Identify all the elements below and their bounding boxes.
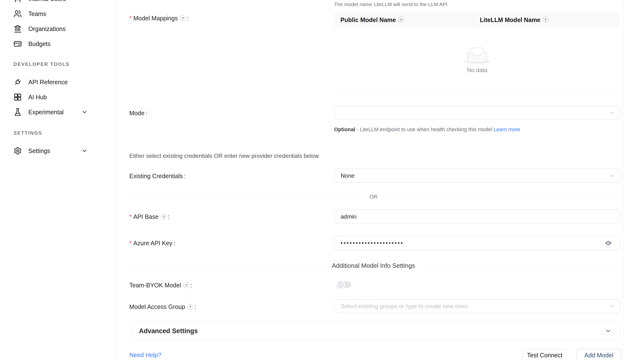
required-marker: *	[129, 240, 132, 247]
user-icon	[14, 0, 22, 3]
sidebar-item-label: AI Hub	[28, 94, 47, 101]
model-mappings-label: * Model Mappings ? :	[129, 14, 188, 22]
select-placeholder: Select existing groups or type to create…	[341, 303, 468, 310]
column-divider	[474, 15, 474, 24]
sidebar-section-settings: SETTINGS	[0, 128, 116, 138]
help-circle-icon[interactable]: ?	[188, 304, 193, 310]
existing-credentials-label: Existing Credentials :	[129, 172, 186, 180]
content-right-divider	[624, 0, 624, 360]
need-help-link[interactable]: Need Help?	[129, 352, 161, 358]
chevron-down-icon	[81, 148, 88, 154]
or-divider: OR	[126, 194, 620, 200]
table-empty-state: No data	[334, 28, 620, 94]
sidebar-item-organizations[interactable]: Organizations	[0, 21, 116, 36]
sidebar-item-experimental[interactable]: Experimental	[0, 104, 116, 120]
sidebar-item-budgets[interactable]: Budgets	[0, 36, 116, 51]
sidebar-item-label: Organizations	[28, 26, 66, 32]
additional-settings-divider: Additional Model Info Settings	[126, 262, 620, 270]
sidebar-item-settings[interactable]: Settings	[0, 143, 116, 158]
model-access-group-label: Model Access Group ? :	[129, 302, 196, 311]
help-circle-icon[interactable]: ?	[542, 17, 548, 23]
empty-box-icon	[464, 48, 490, 64]
existing-credentials-select[interactable]: None	[334, 169, 620, 182]
model-access-group-select[interactable]: Select existing groups or type to create…	[334, 299, 620, 313]
eye-icon[interactable]	[604, 240, 613, 247]
sidebar-item-label: Experimental	[28, 109, 64, 116]
api-base-input[interactable]: admin	[334, 210, 620, 224]
mode-helper-text: Optional - LiteLLM endpoint to use when …	[334, 125, 533, 134]
sidebar-item-label: Teams	[28, 10, 46, 18]
required-marker: *	[129, 15, 132, 22]
help-circle-icon[interactable]: ?	[161, 214, 166, 220]
add-model-form: The model name LiteLLM will send to the …	[117, 0, 644, 360]
column-header-litellm-model-name: LiteLLM Model Name ?	[474, 16, 548, 24]
sidebar-item-api-reference[interactable]: API Reference	[0, 74, 116, 90]
advanced-settings-label: Advanced Settings	[139, 327, 198, 335]
flask-icon	[14, 108, 22, 116]
sidebar-item-label: Settings	[28, 148, 50, 154]
help-circle-icon[interactable]: ?	[183, 282, 189, 288]
model-mappings-table: Public Model Name ? LiteLLM Model Name ?	[334, 12, 620, 94]
grid-icon	[14, 93, 22, 101]
credentials-note: Either select existing credentials OR en…	[129, 152, 319, 159]
bank-icon	[14, 25, 22, 33]
help-circle-icon[interactable]: ?	[180, 15, 186, 21]
sidebar-item-label: API Reference	[28, 79, 68, 86]
azure-api-key-input[interactable]: •••••••••••••••••••••	[334, 236, 620, 250]
sidebar-section-developer-tools: DEVELOPER TOOLS	[0, 59, 116, 69]
api-base-value: admin	[341, 213, 356, 220]
chevron-down-icon	[610, 303, 615, 309]
sidebar-item-label: Internal Users	[28, 0, 66, 2]
advanced-settings-panel[interactable]: Advanced Settings	[130, 322, 620, 340]
add-model-button[interactable]: Add Model	[577, 349, 621, 360]
sidebar-item-ai-hub[interactable]: AI Hub	[0, 90, 116, 104]
mode-label: Mode :	[129, 109, 148, 117]
gear-icon	[14, 147, 22, 155]
plug-icon	[14, 78, 22, 86]
column-header-public-model-name: Public Model Name ?	[334, 16, 474, 24]
or-text: OR	[370, 194, 378, 200]
required-marker: *	[129, 213, 132, 220]
chevron-down-icon	[610, 110, 615, 116]
sidebar-item-label: Budgets	[28, 40, 50, 48]
mode-select[interactable]	[334, 106, 620, 120]
additional-settings-title: Additional Model Info Settings	[332, 262, 415, 270]
azure-api-key-label: * Azure API Key :	[129, 239, 175, 247]
chevron-down-icon	[610, 173, 615, 179]
sidebar: Internal Users Teams Organizations Budge…	[0, 0, 117, 360]
team-byok-label: Team-BYOK Model ? :	[129, 281, 192, 289]
learn-more-link[interactable]: Learn more	[494, 126, 520, 132]
model-mappings-note: The model name LiteLLM will send to the …	[334, 2, 448, 7]
sidebar-item-teams[interactable]: Teams	[0, 6, 116, 21]
no-data-text: No data	[467, 67, 487, 74]
help-circle-icon[interactable]: ?	[398, 17, 404, 23]
users-icon	[14, 10, 22, 18]
table-header-row: Public Model Name ? LiteLLM Model Name ?	[334, 12, 620, 28]
api-base-label: * API Base ? :	[129, 212, 170, 221]
team-byok-toggle[interactable]	[338, 282, 351, 288]
chevron-down-icon	[81, 109, 88, 115]
test-connect-button[interactable]: Test Connect	[523, 349, 567, 360]
sidebar-item-internal-users[interactable]: Internal Users	[0, 0, 116, 6]
masked-key-value: •••••••••••••••••••••	[341, 240, 404, 246]
credit-card-icon	[14, 40, 22, 48]
toggle-knob	[336, 280, 345, 289]
chevron-down-icon	[604, 327, 612, 334]
